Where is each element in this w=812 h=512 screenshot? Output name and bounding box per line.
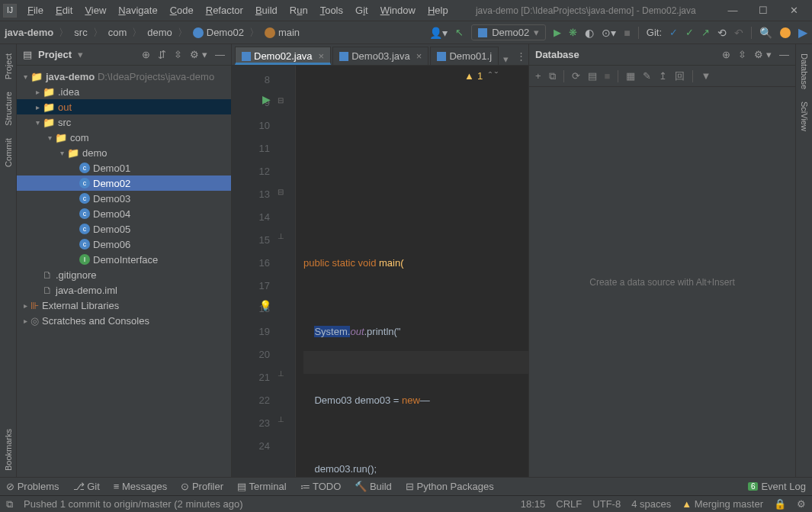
profile-button[interactable]: ⊙▾	[602, 27, 616, 39]
select-opened-icon[interactable]: ⊕	[142, 49, 150, 60]
collapse-all-icon[interactable]: ⇳	[174, 49, 182, 60]
fold-icon[interactable]: ⊟	[278, 188, 284, 196]
tree-demointerface[interactable]: DemoInterface	[93, 254, 158, 266]
git-push-icon[interactable]: ↗	[701, 27, 710, 38]
status-indent[interactable]: 4 spaces	[631, 498, 671, 510]
tree-demo[interactable]: demo	[82, 147, 108, 159]
filter-icon[interactable]: ▼	[701, 70, 711, 82]
tab-demo01[interactable]: Demo01.j	[430, 47, 499, 65]
menu-git[interactable]: Git	[349, 2, 374, 18]
edit-icon[interactable]: ✎	[643, 70, 651, 82]
gear-icon[interactable]: ⚙ ▾	[190, 49, 207, 60]
tree-ext-libs[interactable]: External Libraries	[42, 300, 119, 311]
git-rollback-icon[interactable]: ↶	[734, 27, 743, 39]
tool-bookmarks[interactable]: Bookmarks	[2, 423, 14, 477]
run-config-dropdown[interactable]: Demo02▾	[471, 24, 546, 40]
tree-demo05[interactable]: Demo05	[93, 224, 130, 235]
intention-bulb-icon[interactable]: 💡	[259, 300, 271, 311]
close-button[interactable]: ✕	[778, 5, 809, 16]
tool-messages[interactable]: ≡ Messages	[114, 481, 167, 492]
tree-src[interactable]: src	[58, 117, 71, 128]
tree-scratches[interactable]: Scratches and Consoles	[42, 315, 149, 327]
tree-demo02[interactable]: Demo02	[93, 178, 130, 189]
tool-profiler[interactable]: ⊙ Profiler	[181, 481, 223, 492]
tab-demo03[interactable]: Demo03.java×	[332, 47, 428, 65]
crumb-com[interactable]: com	[108, 27, 127, 38]
crumb-demo[interactable]: demo	[147, 27, 172, 38]
tool-commit[interactable]: Commit	[2, 132, 14, 173]
tree-iml[interactable]: java-demo.iml	[56, 285, 117, 296]
tool-database[interactable]: Database	[798, 47, 810, 95]
status-line-sep[interactable]: CRLF	[556, 498, 582, 510]
tree-demo01[interactable]: Demo01	[93, 163, 130, 174]
close-icon[interactable]: ×	[319, 50, 325, 62]
project-tree[interactable]: ▾📁java-demo D:\IdeaProjects\java-demo ▸📁…	[17, 66, 231, 477]
git-history-icon[interactable]: ⟲	[717, 27, 727, 39]
duplicate-icon[interactable]: ⧉	[549, 70, 556, 82]
table-icon[interactable]: ▦	[626, 70, 635, 82]
menu-navigate[interactable]: Navigate	[112, 2, 163, 18]
panel-view-dropdown[interactable]: ▾	[78, 49, 83, 60]
tab-demo02[interactable]: Demo02.java×	[235, 47, 331, 65]
tool-problems[interactable]: ⊘ Problems	[6, 481, 59, 492]
close-icon[interactable]: ×	[416, 50, 422, 62]
git-update-icon[interactable]: ✓	[669, 27, 678, 38]
menu-tools[interactable]: Tools	[314, 2, 349, 18]
crumb-project[interactable]: java-demo	[5, 27, 53, 38]
menu-view[interactable]: View	[79, 2, 112, 18]
status-git-icon[interactable]: ⧉	[6, 498, 13, 510]
tree-demo06[interactable]: Demo06	[93, 239, 130, 250]
code-editor[interactable]: public static void main( System.out.prin…	[296, 66, 528, 477]
fold-end-icon[interactable]: ⊥	[278, 415, 284, 423]
tree-gitignore[interactable]: .gitignore	[56, 269, 96, 281]
refresh-icon[interactable]: ⟳	[572, 70, 580, 82]
menu-refactor[interactable]: Refactor	[200, 2, 249, 18]
menu-edit[interactable]: Edit	[50, 2, 79, 18]
tool-python-packages[interactable]: ⊟ Python Packages	[406, 481, 494, 492]
fold-end-icon[interactable]: ⊥	[278, 232, 284, 240]
git-commit-icon[interactable]: ✓	[685, 27, 694, 38]
tool-build[interactable]: 🔨 Build	[355, 481, 392, 492]
tool-git[interactable]: ⎇ Git	[73, 481, 100, 492]
stop-icon[interactable]: ■	[605, 70, 611, 82]
status-encoding[interactable]: UTF-8	[592, 498, 621, 510]
add-icon[interactable]: +	[535, 70, 541, 82]
crumb-method[interactable]: main	[278, 27, 300, 38]
status-lock-icon[interactable]: 🔒	[774, 498, 786, 510]
status-branch[interactable]: ▲ Merging master	[682, 498, 763, 510]
tool-sciview[interactable]: SciView	[798, 95, 810, 137]
menu-help[interactable]: Help	[422, 2, 454, 18]
status-caret-pos[interactable]: 18:15	[521, 498, 546, 510]
crumb-src[interactable]: src	[74, 27, 87, 38]
coverage-button[interactable]: ◐	[585, 27, 594, 39]
jump-to-console-icon[interactable]: ▤	[588, 70, 597, 82]
back-icon[interactable]: ↖	[455, 27, 464, 38]
diagram-icon[interactable]: 回	[675, 69, 685, 83]
status-bg-tasks-icon[interactable]: ⚙	[797, 498, 806, 510]
hide-panel-icon[interactable]: —	[215, 49, 225, 60]
select-opened-icon[interactable]: ⊕	[722, 49, 730, 60]
run-button[interactable]: ▶	[554, 27, 561, 38]
expand-all-icon[interactable]: ⇵	[158, 49, 166, 60]
tool-terminal[interactable]: ▤ Terminal	[237, 481, 287, 492]
tree-demo04[interactable]: Demo04	[93, 208, 130, 220]
fold-end-icon[interactable]: ⊥	[278, 369, 284, 378]
jetbrains-toolbox-icon[interactable]: ▶	[798, 25, 807, 40]
tree-idea[interactable]: .idea	[58, 86, 79, 98]
menu-window[interactable]: Window	[374, 2, 422, 18]
fold-icon[interactable]: ⊟	[278, 96, 284, 105]
tool-structure[interactable]: Structure	[2, 85, 14, 132]
collapse-all-icon[interactable]: ⇳	[738, 49, 746, 60]
tool-project[interactable]: Project	[2, 47, 14, 85]
menu-build[interactable]: Build	[249, 2, 284, 18]
hide-panel-icon[interactable]: —	[779, 49, 789, 60]
menu-code[interactable]: Code	[164, 2, 200, 18]
upload-icon[interactable]: ↥	[659, 70, 667, 82]
run-gutter-icon[interactable]: ▶	[262, 93, 271, 105]
crumb-class[interactable]: Demo02	[207, 27, 244, 38]
max-button[interactable]: ☐	[748, 5, 778, 16]
gutter-icons[interactable]: ▶ ⊟ ⊟ ⊥ ⊥ ⊥ 💡	[274, 66, 296, 477]
tree-out[interactable]: out	[58, 101, 72, 113]
tool-todo[interactable]: ≔ TODO	[300, 481, 342, 492]
menu-run[interactable]: Run	[284, 2, 314, 18]
